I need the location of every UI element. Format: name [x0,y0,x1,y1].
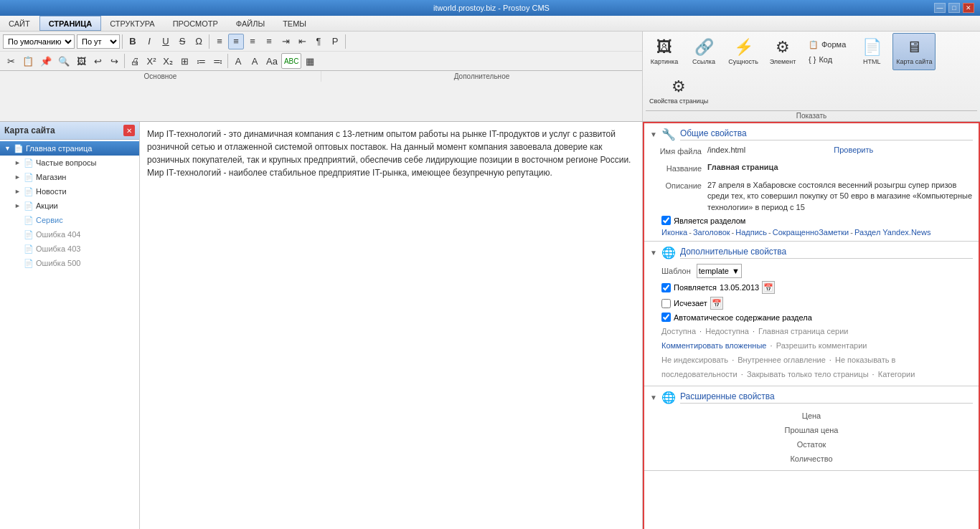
image-button[interactable]: 🖼 Картинка [646,33,683,70]
html-button[interactable]: 📄 HTML [853,33,890,70]
close-button[interactable]: ✕ [963,3,974,13]
tree-item-404[interactable]: 📄 Ошибка 404 [0,227,139,242]
tree-item-faq[interactable]: ► 📄 Частые вопросы [0,156,139,170]
list-button[interactable]: ≔ [193,53,209,69]
link-close-body[interactable]: Закрывать только тело страницы [747,370,869,378]
superscript-button[interactable]: X₂ [160,53,176,69]
tree-item-500[interactable]: 📄 Ошибка 500 [0,256,139,270]
link-available[interactable]: Доступна [661,327,696,335]
find-button[interactable]: 🔍 [55,53,72,69]
editor-content[interactable]: Мир IT-технологий - это динамичная компа… [140,122,643,529]
copy-button[interactable]: 📋 [19,53,37,69]
template-select[interactable]: template ▼ [697,264,742,278]
tab-basic[interactable]: Основное [0,71,321,82]
textformat-button[interactable]: P [327,34,343,49]
page-props-button[interactable]: ⚙ Свойства страницы [646,72,712,110]
check-anchor[interactable]: Проверить [834,146,873,154]
link-categories[interactable]: Категории [878,370,915,378]
tab-additional[interactable]: Дополнительное [321,71,642,82]
appears-checkbox[interactable] [661,283,671,292]
tree-item-home[interactable]: ▼ 📄 Главная страница [0,141,139,156]
link-short[interactable]: Сокращенно [773,228,819,237]
special-button[interactable]: ▦ [302,53,318,69]
link-allow-comments[interactable]: Разрешить комментарии [776,341,867,350]
menu-page[interactable]: СТРАНИЦА [39,16,102,31]
numlist-button[interactable]: ≕ [209,53,225,69]
tree-item-promo[interactable]: ► 📄 Акции [0,199,139,213]
link-notes[interactable]: Заметки [819,228,849,237]
outdent-button[interactable]: ⇤ [294,34,310,49]
tree-item-news[interactable]: ► 📄 Новости [0,184,139,199]
html-icon: 📄 [862,38,882,57]
paste-button[interactable]: 📌 [37,53,55,69]
disappears-calendar-btn[interactable]: 📅 [710,297,723,310]
omega-button[interactable]: Ω [191,34,207,49]
link-unavailable[interactable]: Недоступна [705,327,749,335]
general-collapse-btn[interactable]: ▼ [650,130,657,138]
format-select[interactable]: По умолчанию [3,34,75,49]
link-series-main[interactable]: Главная страница серии [758,327,848,335]
additional-props-section: ▼ 🌐 Дополнительные свойства Шаблон templ… [644,242,979,386]
toolbar-row1: По умолчанию По ут B I U S Ω ≡ ≡ ≡ ≡ ⇥ ⇤… [0,32,642,52]
pilcrow-button[interactable]: ¶ [311,34,326,49]
menu-structure[interactable]: СТРУКТУРА [101,16,164,31]
appears-calendar-btn[interactable]: 📅 [762,281,775,294]
link-noindex[interactable]: Не индексировать [661,356,728,364]
additional-collapse-btn[interactable]: ▼ [650,249,657,257]
link-heading[interactable]: Заголовок [693,228,730,237]
link-yandex[interactable]: Раздел Yandex.News [854,228,930,237]
is-section-checkbox[interactable] [661,216,671,225]
fontsize-button[interactable]: Aa [263,53,281,69]
font-select[interactable]: По ут [77,34,120,49]
menu-files[interactable]: ФАЙЛЫ [227,16,274,31]
bold-button[interactable]: B [125,34,141,49]
table-button[interactable]: ⊞ [176,53,192,69]
tree-label-news: Новости [36,187,67,196]
check-link[interactable]: Проверить [834,146,873,154]
maximize-button[interactable]: □ [948,3,960,13]
indent-button[interactable]: ⇥ [278,34,293,49]
image-small-button[interactable]: 🖼 [73,53,89,69]
template-row: Шаблон template ▼ [661,264,973,278]
align-center-button[interactable]: ≡ [228,34,244,49]
link-comment-nested[interactable]: Комментировать вложенные [661,341,766,350]
tree-label-shop: Магазин [36,173,66,181]
highlight-button[interactable]: A [247,53,263,69]
cut-button[interactable]: ✂ [3,53,19,69]
code-button[interactable]: { } Код [804,53,851,66]
font-color-button[interactable]: A [230,53,246,69]
tree-item-403[interactable]: 📄 Ошибка 403 [0,242,139,256]
strikethrough-button[interactable]: S [174,34,190,49]
align-right-button[interactable]: ≡ [245,34,260,49]
link-caption[interactable]: Надпись [735,228,767,237]
extended-collapse-btn[interactable]: ▼ [650,394,657,401]
subscript-button[interactable]: X² [143,53,159,69]
menu-site[interactable]: САЙТ [0,16,39,31]
align-left-button[interactable]: ≡ [212,34,227,49]
sidebar-close-button[interactable]: ✕ [123,125,135,136]
menu-view[interactable]: ПРОСМОТР [164,16,227,31]
italic-button[interactable]: I [141,34,157,49]
redo-button[interactable]: ↪ [106,53,122,69]
tree-item-shop[interactable]: ► 📄 Магазин [0,170,139,184]
sitemap-button[interactable]: 🖥 Карта сайта [892,33,936,70]
link-toc[interactable]: Внутреннее оглавление [738,356,826,364]
tree-arrow-home: ▼ [4,145,11,152]
titlebar-controls: — □ ✕ [934,3,974,13]
link-icon[interactable]: Иконка [661,228,687,237]
tree-item-service[interactable]: 📄 Сервис [0,213,139,227]
link-label: Ссылка [692,58,715,66]
auto-content-checkbox[interactable] [661,313,671,322]
link-button[interactable]: 🔗 Ссылка [685,33,722,70]
form-button[interactable]: 📋 Форма [804,38,851,52]
align-justify-button[interactable]: ≡ [261,34,277,49]
spellcheck-button[interactable]: ABC [281,53,302,69]
underline-button[interactable]: U [158,34,174,49]
print-button[interactable]: 🖨 [127,53,143,69]
disappears-checkbox[interactable] [661,299,671,308]
element-button[interactable]: ⚙ Элемент [764,33,801,70]
minimize-button[interactable]: — [934,3,946,13]
undo-button[interactable]: ↩ [90,53,105,69]
menu-themes[interactable]: ТЕМЫ [274,16,316,31]
entity-button[interactable]: ⚡ Сущность [725,33,762,70]
